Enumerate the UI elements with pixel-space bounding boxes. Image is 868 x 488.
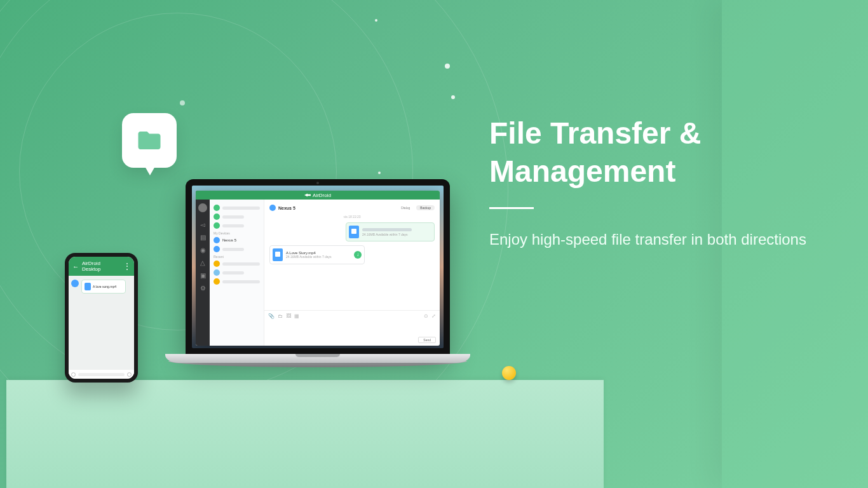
avatar-icon [198, 203, 207, 212]
nav-settings-icon: ⚙ [200, 285, 206, 291]
webcam-icon [316, 182, 319, 184]
contacts-list: My Devices Nexus 5 Recent [210, 191, 264, 346]
send-icon [127, 372, 132, 377]
contact-icon [214, 261, 220, 267]
folder-bubble-icon [122, 113, 177, 168]
app-window: AirDroid ◅ ▤ ◉ △ ▣ ⚙ [196, 191, 440, 346]
app-titlebar: AirDroid [196, 191, 440, 200]
phone-input-bar [69, 370, 134, 379]
decorative-dot [375, 19, 377, 22]
phone-header: ← AirDroid Desktop ⋮ [69, 257, 134, 276]
file-meta: 24.16MB Available within 7 days [286, 255, 351, 259]
section-label: Recent [210, 254, 264, 259]
chat-tab-backup: Backup [416, 205, 435, 210]
laptop-base [165, 354, 470, 363]
contact-icon [214, 214, 220, 220]
section-label: My Devices [210, 230, 264, 236]
attach-folder-icon: 🗀 [278, 313, 283, 319]
chat-tab-dialog: Dialog [397, 205, 414, 210]
contact-icon [214, 222, 220, 229]
nav-devices-icon: ▤ [200, 234, 206, 240]
download-icon: ↓ [354, 251, 362, 259]
file-icon [85, 283, 91, 290]
outgoing-file-card: 24.16MB Available within 7 days [346, 222, 435, 241]
phone-title: AirDroid Desktop [82, 261, 120, 272]
decorative-dot [451, 95, 455, 99]
attach-icon [71, 372, 76, 377]
contact-icon [214, 205, 220, 211]
chat-timestamp: via 18 22:23 [264, 215, 440, 219]
incoming-file-card: A Love Story.mp4 24.16MB Available withi… [269, 245, 365, 264]
app-nav-rail: ◅ ▤ ◉ △ ▣ ⚙ [196, 191, 210, 346]
file-icon [273, 248, 283, 261]
app-brand: AirDroid [313, 193, 331, 198]
attach-app-icon: ▦ [294, 313, 299, 319]
attach-image-icon: 🖼 [286, 313, 291, 319]
device-name: Nexus 5 [222, 238, 236, 242]
file-icon [349, 226, 359, 238]
attach-file-icon: 📎 [268, 313, 275, 319]
more-icon: ⋮ [123, 262, 130, 271]
device-icon [214, 237, 220, 243]
hero-title: File Transfer & Management [489, 114, 845, 191]
decorative-dot [445, 64, 450, 69]
avatar-icon [71, 280, 79, 287]
hero-subtitle: Enjoy high-speed file transfer in both d… [489, 228, 845, 251]
device-icon [214, 246, 220, 252]
nav-send-icon: ◅ [200, 221, 206, 227]
nav-notify-icon: △ [200, 259, 206, 266]
contact-icon [214, 278, 220, 285]
hero-underline [489, 207, 534, 209]
laptop-mockup: AirDroid ◅ ▤ ◉ △ ▣ ⚙ [165, 179, 470, 367]
decorative-ball [502, 366, 516, 380]
expand-icon: ⤢ [431, 313, 436, 319]
nav-tools-icon: ▣ [200, 272, 206, 278]
phone-message: A love song.mp4 [71, 280, 132, 294]
send-button: Send [418, 337, 436, 343]
chat-panel: Nexus 5 Dialog Backup via 18 22:23 [264, 191, 440, 346]
decorative-dot [378, 172, 381, 174]
phone-mockup: ← AirDroid Desktop ⋮ A love song.mp4 [65, 253, 138, 383]
file-meta: 24.16MB Available within 7 days [362, 233, 431, 236]
phone-file-name: A love song.mp4 [93, 285, 116, 288]
decorative-dot [180, 100, 185, 105]
chat-avatar-icon [269, 205, 276, 211]
chat-input-area: 📎 🗀 🖼 ▦ ⊙ ⤢ Send [264, 310, 440, 346]
record-icon: ⊙ [424, 313, 428, 319]
nav-contacts-icon: ◉ [200, 247, 206, 253]
platform-surface [6, 380, 604, 488]
hero-text: File Transfer & Management Enjoy high-sp… [489, 114, 845, 251]
contact-icon [214, 269, 220, 276]
chat-contact-name: Nexus 5 [278, 206, 295, 210]
back-icon: ← [72, 263, 79, 270]
